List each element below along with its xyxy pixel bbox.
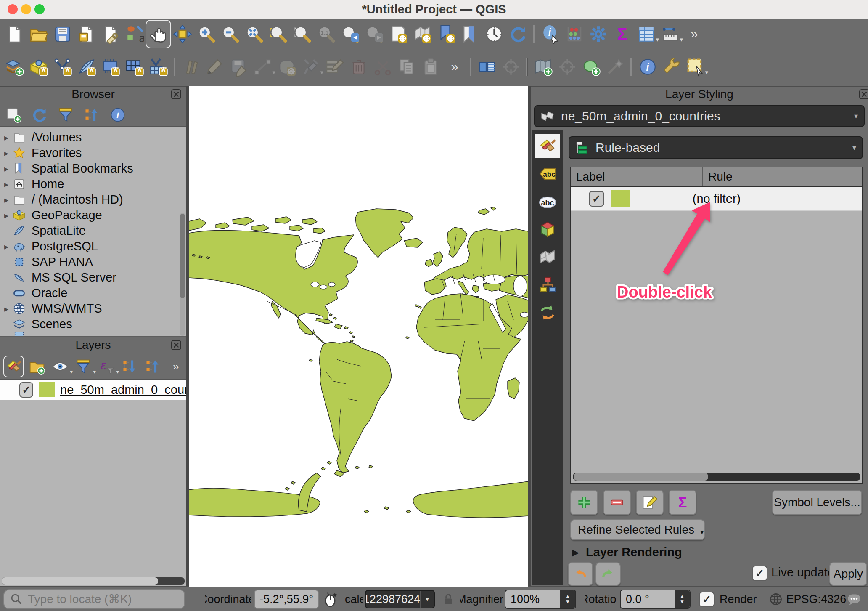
browser-scrollbar[interactable] (180, 213, 185, 336)
layer-swatch[interactable] (39, 382, 55, 397)
modify-attributes-button[interactable] (323, 53, 347, 80)
new-3d-map-view-button[interactable] (410, 21, 434, 48)
expander-icon[interactable] (0, 148, 13, 158)
toggle-editing-button[interactable] (203, 53, 227, 80)
spin-buttons[interactable] (560, 590, 575, 608)
data-source-manager-button[interactable] (3, 53, 26, 80)
select-features-button[interactable]: ▾ (683, 53, 707, 80)
browser-tree-spatialite[interactable]: SpatiaLite (0, 223, 186, 239)
filter-browser-button[interactable] (56, 105, 76, 125)
coordinate-field[interactable]: -5.2°,55.9° (254, 590, 319, 609)
new-annotation-button[interactable] (579, 53, 603, 80)
zoom-last-button[interactable] (338, 21, 362, 48)
chevron-down-icon[interactable]: ▾ (420, 591, 434, 608)
measure-line-button[interactable]: ▾ (658, 21, 682, 48)
add-rule-button[interactable] (570, 490, 598, 515)
digitize-segment-button[interactable]: ▾ (251, 53, 275, 80)
messages-icon[interactable] (845, 592, 863, 607)
layers-overflow-button[interactable]: » (166, 356, 185, 377)
remove-rule-button[interactable] (603, 490, 631, 515)
browser-tree-sap-hana[interactable]: SAP HANA (0, 254, 186, 270)
redo-style-button[interactable] (595, 562, 621, 586)
refine-selected-rules-button[interactable]: Refine Selected Rules ▾ (570, 519, 705, 540)
manage-visibility-button[interactable]: ▾ (50, 356, 69, 377)
identify-features-button[interactable]: i (538, 21, 562, 48)
symbol-levels-button[interactable]: Symbol Levels... (772, 490, 862, 515)
pan-map-button[interactable] (146, 21, 170, 48)
locate-input[interactable] (27, 592, 172, 606)
layers-hscrollbar[interactable] (2, 577, 185, 585)
tab-3d-view-button[interactable] (535, 217, 560, 242)
column-label[interactable]: Label (571, 170, 702, 183)
browser-tree-oracle[interactable]: Oracle (0, 285, 186, 301)
collapse-all-button[interactable] (82, 105, 102, 125)
layer-name[interactable]: ne_50m_admin_0_countries (60, 383, 186, 397)
tab-labels-button[interactable]: abc (535, 162, 560, 186)
collapsed-arrow-icon[interactable]: ▶ (572, 547, 579, 558)
layer-rendering-section[interactable]: ▶ Layer Rendering (572, 545, 682, 559)
expand-all-button[interactable] (120, 356, 139, 377)
new-project-button[interactable] (3, 21, 26, 48)
apply-button[interactable]: Apply (829, 562, 867, 586)
current-edits-button[interactable] (179, 53, 203, 80)
new-scratch-layer-button[interactable]: * (98, 53, 122, 80)
tab-dependencies-button[interactable] (535, 273, 560, 297)
open-attribute-table-button[interactable]: ▾ (634, 21, 658, 48)
zoom-native-button[interactable]: 1:1 (314, 21, 338, 48)
new-spatial-bookmark-button[interactable] (434, 21, 458, 48)
new-geopackage-layer-button[interactable]: * (26, 53, 50, 80)
paste-style-button[interactable] (499, 53, 523, 80)
rule-table-header[interactable]: Label Rule (571, 167, 862, 187)
filter-legend-button[interactable]: ▾ (74, 356, 93, 377)
annotation-tool-button[interactable] (603, 53, 627, 80)
map-canvas[interactable] (189, 86, 528, 587)
lock-scale-icon[interactable] (442, 592, 455, 607)
save-project-button[interactable] (50, 21, 74, 48)
scale-combo[interactable]: 1:122987624 ▾ (365, 590, 435, 608)
expander-icon[interactable] (0, 133, 13, 143)
copy-style-button[interactable] (475, 53, 499, 80)
vertex-tool-button[interactable]: ▾ (299, 53, 323, 80)
close-browser-panel-button[interactable] (170, 88, 183, 101)
zoom-full-button[interactable] (242, 21, 266, 48)
browser-tree-macintosh-hd[interactable]: / (Macintosh HD) (0, 192, 186, 207)
close-window-button[interactable] (8, 4, 18, 14)
show-layout-manager-button[interactable] (98, 21, 122, 48)
style-manager-button[interactable]: a (122, 21, 146, 48)
open-project-button[interactable] (26, 21, 50, 48)
open-layer-styling-button[interactable] (4, 356, 23, 377)
expander-icon[interactable] (0, 164, 13, 174)
zoom-to-selection-button[interactable] (266, 21, 290, 48)
paste-features-button[interactable] (418, 53, 442, 80)
processing-toolbox-button[interactable] (586, 21, 610, 48)
filter-by-expression-button[interactable]: ε▾ (97, 356, 116, 377)
styling-layer-selector[interactable]: ne_50m_admin_0_countries ▾ (534, 105, 865, 127)
temporal-controller-button[interactable] (482, 21, 506, 48)
copy-features-button[interactable] (394, 53, 418, 80)
statistical-summary-button[interactable] (562, 21, 586, 48)
expander-icon[interactable] (0, 242, 13, 252)
zoom-to-layer-button[interactable] (290, 21, 314, 48)
digitize-overflow-button[interactable]: » (442, 53, 466, 80)
close-styling-panel-button[interactable] (858, 88, 868, 101)
cut-features-button[interactable] (370, 53, 394, 80)
refresh-browser-button[interactable] (29, 105, 50, 125)
tab-history-button[interactable] (535, 300, 560, 325)
tab-symbology-button[interactable] (535, 134, 560, 158)
minimize-window-button[interactable] (21, 4, 31, 14)
browser-tree-favorites[interactable]: Favorites (0, 145, 186, 161)
browser-tree-volumes[interactable]: /Volumes (0, 130, 186, 145)
crs-value[interactable]: EPSG:4326 (786, 593, 847, 606)
toolbar-overflow-button[interactable]: » (682, 21, 706, 48)
live-update-checkbox[interactable] (752, 566, 767, 581)
browser-tree-home[interactable]: Home (0, 176, 186, 192)
magnifier-spinbox[interactable]: 100% (505, 590, 576, 609)
spin-buttons[interactable] (675, 590, 690, 608)
add-to-overview-button[interactable] (531, 53, 555, 80)
new-map-view-button[interactable] (386, 21, 410, 48)
renderer-combo[interactable]: Rule-based ▾ (569, 136, 863, 159)
layer-row[interactable]: ne_50m_admin_0_countries (0, 380, 186, 400)
new-gpx-layer-button[interactable]: * (146, 53, 170, 80)
refresh-map-button[interactable] (506, 21, 530, 48)
new-shapefile-layer-button[interactable]: * (50, 53, 74, 80)
